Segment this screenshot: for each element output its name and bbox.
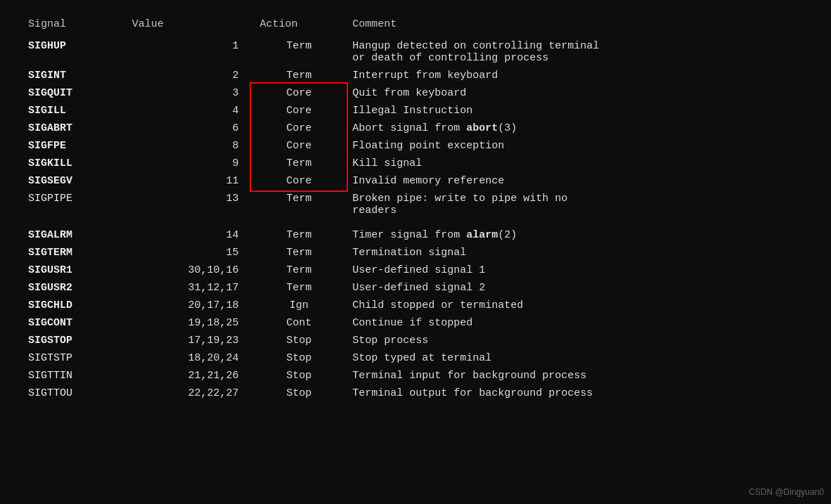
cell-action: Term: [252, 226, 345, 244]
cell-signal: SIGHUP: [21, 37, 125, 67]
cell-comment: Timer signal from alarm(2): [345, 226, 810, 244]
table-header-row: Signal Value Action Comment: [21, 14, 810, 37]
table-row: SIGTSTP18,20,24StopStop typed at termina…: [21, 349, 810, 367]
cell-signal: SIGCONT: [21, 314, 125, 332]
header-comment: Comment: [345, 14, 810, 37]
cell-value: 4: [125, 102, 253, 119]
cell-action: Term: [252, 67, 345, 84]
cell-comment: Quit from keyboard: [345, 84, 810, 102]
cell-comment: Hangup detected on controlling terminalo…: [345, 37, 810, 67]
cell-action: Term: [252, 279, 345, 297]
header-action: Action: [252, 14, 345, 37]
cell-action: Ign: [252, 297, 345, 314]
cell-action: Core: [252, 102, 345, 119]
cell-comment: Termination signal: [345, 244, 810, 261]
table-row: SIGHUP1TermHangup detected on controllin…: [21, 37, 810, 67]
cell-comment: Invalid memory reference: [345, 172, 810, 190]
cell-value: 18,20,24: [125, 349, 253, 367]
cell-value: 15: [125, 244, 253, 261]
table-row: SIGUSR231,12,17TermUser-defined signal 2: [21, 279, 810, 297]
cell-value: 13: [125, 190, 253, 219]
cell-action: Term: [252, 155, 345, 172]
table-row: SIGABRT6CoreAbort signal from abort(3): [21, 119, 810, 137]
cell-action: Term: [252, 244, 345, 261]
cell-signal: SIGUSR1: [21, 261, 125, 279]
cell-signal: SIGSEGV: [21, 172, 125, 190]
cell-action: Stop: [252, 349, 345, 367]
table-row: SIGSTOP17,19,23StopStop process: [21, 332, 810, 349]
cell-value: 2: [125, 67, 253, 84]
cell-action: Stop: [252, 385, 345, 402]
cell-value: 9: [125, 155, 253, 172]
table-row: SIGUSR130,10,16TermUser-defined signal 1: [21, 261, 810, 279]
cell-comment: Child stopped or terminated: [345, 297, 810, 314]
cell-comment: Floating point exception: [345, 137, 810, 155]
cell-value: 14: [125, 226, 253, 244]
table-row: SIGALRM14TermTimer signal from alarm(2): [21, 226, 810, 244]
cell-value: 30,10,16: [125, 261, 253, 279]
cell-comment: Abort signal from abort(3): [345, 119, 810, 137]
table-row: SIGCONT19,18,25ContContinue if stopped: [21, 314, 810, 332]
cell-value: 17,19,23: [125, 332, 253, 349]
cell-signal: SIGSTOP: [21, 332, 125, 349]
cell-comment: Stop typed at terminal: [345, 349, 810, 367]
header-signal: Signal: [21, 14, 125, 37]
cell-value: 3: [125, 84, 253, 102]
cell-signal: SIGTERM: [21, 244, 125, 261]
cell-action: Stop: [252, 332, 345, 349]
cell-comment: Continue if stopped: [345, 314, 810, 332]
cell-comment: Kill signal: [345, 155, 810, 172]
cell-signal: SIGCHLD: [21, 297, 125, 314]
table-row: SIGQUIT3CoreQuit from keyboard: [21, 84, 810, 102]
cell-signal: SIGUSR2: [21, 279, 125, 297]
cell-comment: Interrupt from keyboard: [345, 67, 810, 84]
cell-value: 11: [125, 172, 253, 190]
cell-signal: SIGTSTP: [21, 349, 125, 367]
cell-signal: SIGABRT: [21, 119, 125, 137]
table-row: SIGCHLD20,17,18IgnChild stopped or termi…: [21, 297, 810, 314]
cell-action: Core: [252, 119, 345, 137]
cell-value: 22,22,27: [125, 385, 253, 402]
cell-action: Term: [252, 37, 345, 67]
cell-signal: SIGQUIT: [21, 84, 125, 102]
cell-signal: SIGTTIN: [21, 367, 125, 385]
header-value: Value: [125, 14, 253, 37]
watermark: CSDN @Dingyuan0: [749, 487, 824, 497]
table-row: SIGTERM15TermTermination signal: [21, 244, 810, 261]
cell-value: 20,17,18: [125, 297, 253, 314]
cell-action: Term: [252, 261, 345, 279]
table-row: SIGPIPE13TermBroken pipe: write to pipe …: [21, 190, 810, 219]
cell-comment: Terminal input for background process: [345, 367, 810, 385]
table-row: SIGILL4CoreIllegal Instruction: [21, 102, 810, 119]
cell-value: 31,12,17: [125, 279, 253, 297]
cell-value: 19,18,25: [125, 314, 253, 332]
table-row: SIGKILL9TermKill signal: [21, 155, 810, 172]
cell-comment: User-defined signal 2: [345, 279, 810, 297]
cell-action: Core: [252, 84, 345, 102]
table-container: Signal Value Action Comment SIGHUP1TermH…: [21, 14, 810, 402]
cell-action: Stop: [252, 367, 345, 385]
cell-comment: Illegal Instruction: [345, 102, 810, 119]
cell-signal: SIGPIPE: [21, 190, 125, 219]
table-row: SIGINT2TermInterrupt from keyboard: [21, 67, 810, 84]
table-row: SIGSEGV11CoreInvalid memory reference: [21, 172, 810, 190]
spacer-row: [21, 219, 810, 226]
cell-signal: SIGINT: [21, 67, 125, 84]
cell-comment: Broken pipe: write to pipe with noreader…: [345, 190, 810, 219]
cell-signal: SIGILL: [21, 102, 125, 119]
cell-action: Cont: [252, 314, 345, 332]
cell-value: 8: [125, 137, 253, 155]
cell-comment: Stop process: [345, 332, 810, 349]
cell-action: Term: [252, 190, 345, 219]
table-row: SIGTTIN21,21,26StopTerminal input for ba…: [21, 367, 810, 385]
cell-value: 21,21,26: [125, 367, 253, 385]
cell-signal: SIGTTOU: [21, 385, 125, 402]
cell-value: 6: [125, 119, 253, 137]
cell-signal: SIGALRM: [21, 226, 125, 244]
cell-comment: User-defined signal 1: [345, 261, 810, 279]
table-row: SIGFPE8CoreFloating point exception: [21, 137, 810, 155]
cell-action: Core: [252, 137, 345, 155]
cell-value: 1: [125, 37, 253, 67]
cell-comment: Terminal output for background process: [345, 385, 810, 402]
signals-table: Signal Value Action Comment SIGHUP1TermH…: [21, 14, 810, 402]
